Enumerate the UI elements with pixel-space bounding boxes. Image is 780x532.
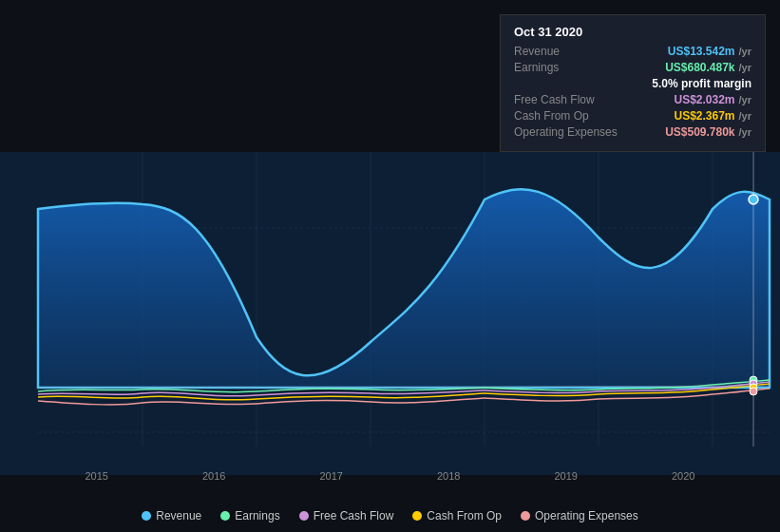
tooltip-margin-line: 5.0% profit margin	[514, 77, 751, 90]
tooltip-cashfromop-label: Cash From Op	[514, 109, 589, 123]
legend-opex[interactable]: Operating Expenses	[521, 509, 638, 522]
legend-cashfromop-label: Cash From Op	[427, 509, 502, 522]
chart-tooltip: Oct 31 2020 Revenue US$13.542m/yr Earnin…	[500, 14, 766, 152]
legend-cashfromop[interactable]: Cash From Op	[412, 509, 502, 522]
x-label-2020: 2020	[672, 470, 694, 482]
legend-earnings-dot	[220, 511, 230, 521]
x-label-2019: 2019	[555, 470, 578, 482]
tooltip-date: Oct 31 2020	[514, 25, 751, 39]
tooltip-cashfromop-row: Cash From Op US$2.367m/yr	[514, 109, 751, 123]
x-label-2016: 2016	[202, 470, 225, 482]
legend-earnings[interactable]: Earnings	[220, 509, 279, 522]
legend-earnings-label: Earnings	[235, 509, 279, 522]
legend-freecashflow[interactable]: Free Cash Flow	[299, 509, 394, 522]
legend-revenue-label: Revenue	[156, 509, 201, 522]
tooltip-margin-value: 5.0% profit margin	[652, 77, 751, 90]
chart-svg	[0, 152, 780, 475]
tooltip-opex-value: US$509.780k/yr	[665, 125, 751, 139]
legend-freecashflow-dot	[299, 511, 309, 521]
tooltip-earnings-row: Earnings US$680.487k/yr	[514, 61, 751, 74]
tooltip-opex-label: Operating Expenses	[514, 125, 618, 139]
tooltip-cashflow-row: Free Cash Flow US$2.032m/yr	[514, 93, 751, 106]
legend-opex-label: Operating Expenses	[535, 509, 638, 522]
x-label-2018: 2018	[437, 470, 460, 482]
chart-legend: Revenue Earnings Free Cash Flow Cash Fro…	[0, 509, 780, 522]
legend-freecashflow-label: Free Cash Flow	[314, 509, 394, 522]
legend-opex-dot	[521, 511, 530, 521]
x-label-2015: 2015	[86, 470, 108, 482]
tooltip-revenue-value: US$13.542m/yr	[668, 45, 751, 58]
tooltip-earnings-label: Earnings	[514, 61, 559, 74]
tooltip-earnings-value: US$680.487k/yr	[665, 61, 751, 74]
tooltip-cashflow-label: Free Cash Flow	[514, 93, 595, 106]
tooltip-opex-row: Operating Expenses US$509.780k/yr	[514, 125, 751, 139]
legend-revenue-dot	[142, 511, 151, 521]
legend-cashfromop-dot	[412, 511, 422, 521]
svg-point-11	[749, 195, 758, 204]
tooltip-cashfromop-value: US$2.367m/yr	[674, 109, 751, 123]
tooltip-revenue-label: Revenue	[514, 45, 560, 58]
tooltip-revenue-row: Revenue US$13.542m/yr	[514, 45, 751, 58]
svg-point-15	[750, 388, 757, 395]
legend-revenue[interactable]: Revenue	[142, 509, 201, 522]
x-label-2017: 2017	[320, 470, 343, 482]
tooltip-cashflow-value: US$2.032m/yr	[674, 93, 751, 106]
